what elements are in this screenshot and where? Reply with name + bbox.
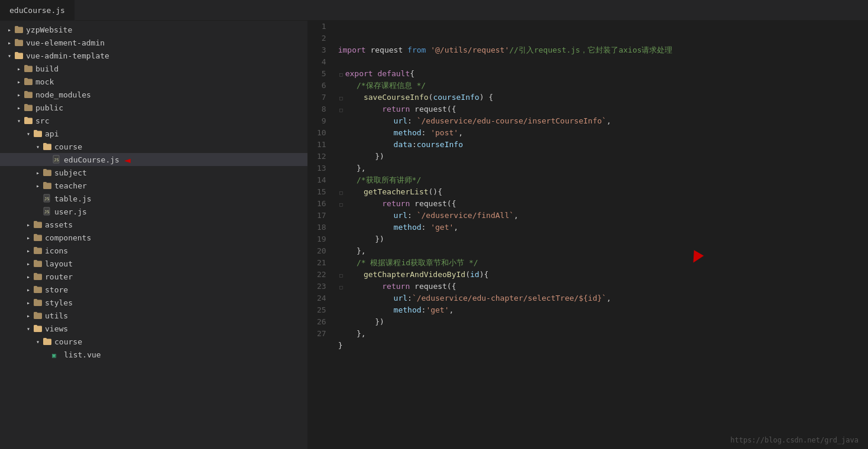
sidebar-item-vue-admin-template[interactable]: vue-admin-template	[0, 49, 307, 62]
active-tab[interactable]: eduCourse.js	[0, 0, 75, 21]
code-line	[338, 352, 868, 363]
item-label: api	[45, 129, 59, 138]
folder-closed-icon	[33, 259, 43, 268]
sidebar-item-utils[interactable]: utils	[0, 309, 307, 322]
code-token-kw: return	[382, 199, 410, 208]
sidebar-item-api[interactable]: api	[0, 127, 307, 140]
sidebar-item-subject[interactable]: subject	[0, 166, 307, 179]
code-token: :	[407, 294, 412, 302]
code-token: },	[338, 246, 366, 255]
code-token	[338, 116, 394, 125]
expand-arrow	[5, 40, 14, 46]
code-token: ,	[607, 116, 611, 125]
code-token-fn: getTeacherList	[364, 187, 429, 196]
code-token-kw: export	[345, 69, 373, 78]
code-token: :	[422, 128, 431, 137]
sidebar-item-user.js[interactable]: JSuser.js	[0, 205, 307, 218]
line-number: 14	[317, 174, 326, 186]
code-token	[338, 175, 357, 184]
expand-arrow	[24, 313, 33, 319]
collapse-icon[interactable]	[338, 281, 344, 293]
code-line: return request({	[338, 198, 868, 210]
red-arrow-left: ◄	[124, 154, 131, 166]
line-number: 18	[317, 222, 326, 233]
code-line: method: 'post',	[338, 127, 868, 139]
item-label: build	[35, 64, 59, 73]
collapse-icon[interactable]	[338, 104, 344, 116]
folder-open-icon	[43, 337, 52, 346]
line-number: 17	[317, 210, 326, 222]
code-token: ,	[454, 223, 458, 232]
code-line: url:`/eduservice/edu-chapter/selectTree/…	[338, 292, 868, 304]
folder-open-icon	[33, 324, 43, 333]
sidebar-item-table.js[interactable]: JStable.js	[0, 192, 307, 205]
collapse-icon[interactable]	[338, 69, 344, 80]
collapse-icon[interactable]	[338, 92, 344, 104]
item-label: assets	[45, 220, 73, 229]
sidebar-item-node_modules[interactable]: node_modules	[0, 88, 307, 101]
code-line: })	[338, 233, 868, 245]
sidebar-item-assets[interactable]: assets	[0, 218, 307, 231]
sidebar-item-mock[interactable]: mock	[0, 75, 307, 88]
item-label: table.js	[54, 194, 92, 203]
collapse-arrow	[14, 118, 24, 124]
code-token-prop: url	[394, 211, 407, 220]
collapse-icon[interactable]	[338, 199, 344, 210]
sidebar-item-icons[interactable]: icons	[0, 244, 307, 257]
code-line: getChapterAndVideoById(id){	[338, 269, 868, 281]
expand-arrow	[24, 248, 33, 254]
code-line: method: 'get',	[338, 222, 868, 233]
code-line: import request from '@/utils/request'//引…	[338, 44, 868, 56]
sidebar-item-src[interactable]: src	[0, 114, 307, 127]
code-line: data:courseInfo	[338, 139, 868, 151]
sidebar-item-public[interactable]: public	[0, 101, 307, 114]
code-line: url: `/eduservice/findAll`,	[338, 210, 868, 222]
code-token: :	[407, 116, 417, 125]
tab-label: eduCourse.js	[9, 6, 65, 15]
collapse-icon[interactable]	[338, 187, 344, 199]
line-number: 12	[317, 151, 326, 162]
collapse-arrow	[24, 131, 33, 137]
code-token-prop: method	[394, 305, 422, 314]
code-line: })	[338, 151, 868, 162]
sidebar-item-layout[interactable]: layout	[0, 257, 307, 270]
sidebar-item-course2[interactable]: course	[0, 335, 307, 348]
item-label: eduCourse.js	[64, 155, 119, 164]
expand-arrow	[24, 287, 33, 293]
sidebar-item-course[interactable]: course	[0, 140, 307, 153]
sidebar-item-styles[interactable]: styles	[0, 296, 307, 309]
item-label: course	[54, 142, 82, 151]
collapse-icon[interactable]	[338, 269, 344, 281]
code-line: })	[338, 316, 868, 328]
sidebar-item-eduCourse.js[interactable]: JSeduCourse.js◄	[0, 153, 307, 166]
code-editor: 1234567891011121314151617181920212223242…	[307, 21, 868, 449]
expand-arrow	[24, 274, 33, 280]
sidebar-item-store[interactable]: store	[0, 283, 307, 296]
code-token-kw: return	[382, 105, 410, 113]
code-token	[338, 223, 394, 232]
code-token-comment: /*获取所有讲师*/	[357, 175, 421, 184]
code-token-prop: url	[394, 294, 407, 302]
collapse-arrow	[5, 53, 14, 59]
code-token: }	[338, 341, 343, 350]
item-label: yzpWebsite	[26, 25, 72, 34]
sidebar-item-views[interactable]: views	[0, 322, 307, 335]
sidebar-item-components[interactable]: components	[0, 231, 307, 244]
item-label: views	[45, 324, 68, 333]
line-number: 8	[317, 103, 326, 115]
item-label: router	[45, 272, 73, 281]
js-file-icon: JS	[52, 155, 61, 164]
sidebar-item-router[interactable]: router	[0, 270, 307, 283]
sidebar-item-list.vue[interactable]: ▣list.vue	[0, 348, 307, 361]
sidebar-item-build[interactable]: build	[0, 62, 307, 75]
sidebar-item-yzpWebsite[interactable]: yzpWebsite	[0, 23, 307, 36]
sidebar-item-teacher[interactable]: teacher	[0, 179, 307, 192]
sidebar-item-vue-element-admin[interactable]: vue-element-admin	[0, 36, 307, 49]
code-token	[338, 81, 357, 90]
line-number: 15	[317, 186, 326, 198]
code-token-str: 'get'	[426, 305, 449, 314]
line-number: 11	[317, 139, 326, 151]
item-label: list.vue	[64, 350, 101, 359]
line-number: 24	[317, 292, 326, 304]
folder-open-icon	[33, 129, 43, 138]
